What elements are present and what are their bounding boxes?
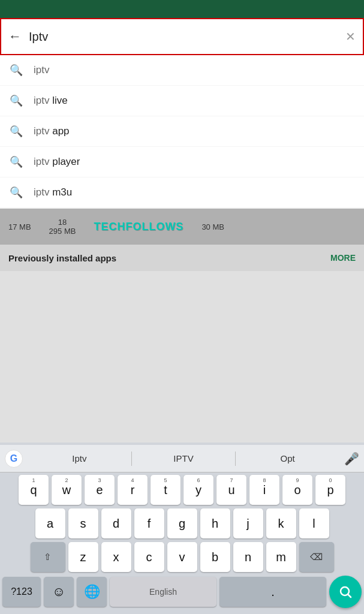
back-button[interactable]: ←	[8, 29, 22, 44]
sugg-word-2[interactable]: IPTV	[132, 453, 236, 463]
key-h[interactable]: h	[200, 508, 230, 538]
keyboard-number-row-container: 1q 2w 3e 4r 5t 6y 7u 8i 9o 0p a s d f g …	[0, 472, 364, 572]
search-icon-5: 🔍	[10, 186, 23, 199]
key-f[interactable]: f	[134, 508, 164, 538]
numbers-symbols-key[interactable]: ?123	[2, 577, 41, 607]
globe-key[interactable]: 🌐	[77, 577, 107, 607]
suggestion-item-5[interactable]: 🔍 iptv m3u	[0, 177, 364, 208]
google-icon: G	[5, 450, 23, 468]
space-key[interactable]: English	[110, 577, 216, 607]
suggestion-item-2[interactable]: 🔍 iptv live	[0, 86, 364, 116]
sugg-word-1[interactable]: Iptv	[28, 453, 131, 463]
key-e[interactable]: 3e	[85, 475, 115, 505]
backspace-key[interactable]: ⌫	[299, 542, 334, 572]
key-a[interactable]: a	[35, 508, 65, 538]
search-input[interactable]	[29, 30, 341, 44]
svg-line-1	[348, 595, 351, 598]
key-v[interactable]: v	[167, 542, 197, 572]
search-icon-4: 🔍	[10, 155, 23, 168]
period-key[interactable]: .	[219, 577, 326, 607]
prev-installed-label: Previously installed apps	[8, 253, 116, 263]
suggestion-text-2: iptv live	[34, 95, 68, 107]
search-icon-3: 🔍	[10, 125, 23, 138]
key-r[interactable]: 4r	[118, 475, 148, 505]
suggestion-text-4: iptv player	[34, 156, 80, 168]
suggestions-list: 🔍 iptv 🔍 iptv live 🔍 iptv app 🔍 iptv pla…	[0, 55, 364, 209]
top-status-bar	[0, 0, 364, 18]
key-x[interactable]: x	[101, 542, 131, 572]
suggestion-item-3[interactable]: 🔍 iptv app	[0, 116, 364, 147]
key-l[interactable]: l	[299, 508, 329, 538]
size-num-2: 18	[58, 218, 67, 227]
keyboard-suggestions-row: G Iptv IPTV Opt 🎤	[0, 445, 364, 472]
search-submit-button[interactable]	[329, 576, 362, 608]
key-u[interactable]: 7u	[216, 475, 246, 505]
key-q[interactable]: 1q	[19, 475, 49, 505]
key-p[interactable]: 0p	[315, 475, 345, 505]
keyboard-row-asdf: a s d f g h j k l	[2, 508, 362, 538]
size-mb-3: 30 MB	[201, 222, 224, 231]
background-content: 17 MB 18 295 MB TECHFOLLOWS 30 MB	[0, 209, 364, 245]
suggestion-item-4[interactable]: 🔍 iptv player	[0, 147, 364, 177]
key-d[interactable]: d	[101, 508, 131, 538]
size-mb-2: 295 MB	[49, 227, 76, 236]
size-mb-1: 17 MB	[8, 222, 31, 231]
google-g-logo: G	[5, 450, 23, 468]
key-i[interactable]: 8i	[249, 475, 279, 505]
key-s[interactable]: s	[68, 508, 98, 538]
key-t[interactable]: 5t	[151, 475, 181, 505]
key-k[interactable]: k	[266, 508, 296, 538]
watermark: TECHFOLLOWS	[94, 221, 183, 233]
keyboard-row-zxcv: ⇧ z x c v b n m ⌫	[2, 542, 362, 572]
more-button[interactable]: MORE	[330, 253, 356, 263]
key-g[interactable]: g	[167, 508, 197, 538]
search-bar: ← ✕	[0, 18, 364, 55]
shift-key[interactable]: ⇧	[31, 542, 65, 572]
prev-installed-bar: Previously installed apps MORE	[0, 245, 364, 271]
size-info-2: 18 295 MB	[49, 218, 76, 236]
key-b[interactable]: b	[200, 542, 230, 572]
suggestion-text-1: iptv	[34, 64, 49, 76]
emoji-key[interactable]: ☺	[44, 577, 74, 607]
search-icon-1: 🔍	[10, 64, 23, 77]
key-y[interactable]: 6y	[183, 475, 213, 505]
key-w[interactable]: 2w	[52, 475, 82, 505]
key-c[interactable]: c	[134, 542, 164, 572]
key-z[interactable]: z	[68, 542, 98, 572]
search-submit-icon	[338, 585, 353, 599]
suggestion-text-5: iptv m3u	[34, 186, 72, 198]
search-icon-2: 🔍	[10, 94, 23, 107]
suggestion-item-1[interactable]: 🔍 iptv	[0, 55, 364, 86]
key-m[interactable]: m	[266, 542, 296, 572]
keyboard-row-numbers: 1q 2w 3e 4r 5t 6y 7u 8i 9o 0p	[2, 475, 362, 505]
suggestion-text-3: iptv app	[34, 125, 70, 137]
microphone-icon[interactable]: 🎤	[344, 452, 359, 466]
size-info-1: 17 MB	[8, 222, 31, 231]
size-info-3: 30 MB	[201, 222, 224, 231]
keyboard-bottom-row: ?123 ☺ 🌐 English .	[0, 576, 364, 610]
sugg-word-3[interactable]: Opt	[236, 453, 339, 463]
key-j[interactable]: j	[233, 508, 263, 538]
key-n[interactable]: n	[233, 542, 263, 572]
clear-button[interactable]: ✕	[345, 29, 356, 44]
keyboard: G Iptv IPTV Opt 🎤 1q 2w 3e 4r 5t 6y 7u 8…	[0, 443, 364, 614]
key-o[interactable]: 9o	[282, 475, 312, 505]
